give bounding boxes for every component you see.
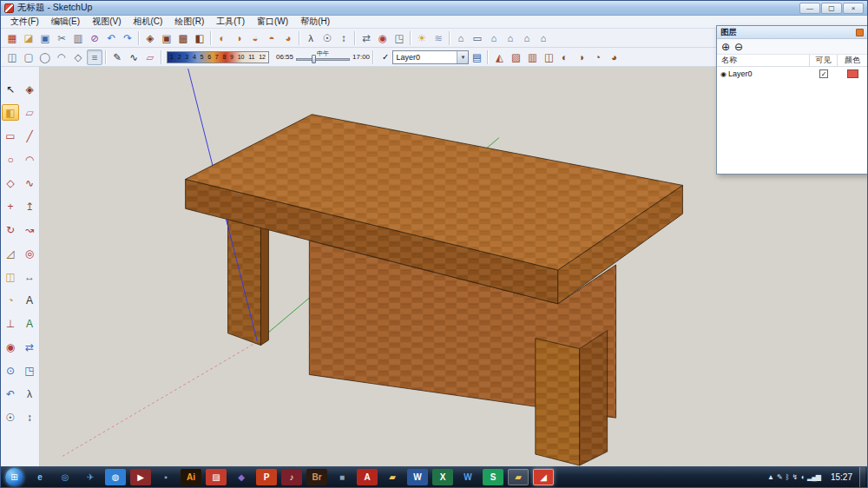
eraser-icon[interactable]: ▱ <box>21 104 38 121</box>
menu-tools[interactable]: 工具(T) <box>210 16 251 28</box>
control-folder-icon[interactable]: ▰ <box>508 469 529 485</box>
power-icon[interactable]: ↯ <box>792 473 797 481</box>
show-desktop-button[interactable] <box>859 467 865 488</box>
text-icon[interactable]: A <box>21 292 38 308</box>
make-group-icon[interactable]: ▣ <box>159 30 174 46</box>
table-model[interactable] <box>186 115 683 465</box>
menu-file[interactable]: 文件(F) <box>4 16 45 28</box>
media-player-icon[interactable]: ▶ <box>130 469 151 485</box>
back-edges-icon[interactable]: ◫ <box>541 49 556 65</box>
remove-layer-button[interactable]: ⊖ <box>734 42 743 52</box>
3d-text-icon[interactable]: A <box>21 315 38 332</box>
iso-view-icon[interactable]: ⌂ <box>453 30 469 46</box>
line-icon[interactable]: ╱ <box>21 128 38 144</box>
column-name[interactable]: 名称 <box>717 55 810 66</box>
menu-window[interactable]: 窗口(W) <box>251 16 294 28</box>
scale-icon[interactable]: ◿ <box>2 245 19 261</box>
panel-close-icon[interactable] <box>856 29 864 36</box>
tape-measure-icon[interactable]: ◫ <box>2 268 19 285</box>
intersect-icon[interactable]: ▩ <box>175 30 191 46</box>
volume-icon[interactable]: ◖ <box>800 473 804 481</box>
arc-icon[interactable]: ◠ <box>21 151 38 168</box>
shadows-icon[interactable]: ☀ <box>414 30 430 46</box>
right-view-icon[interactable]: ⌂ <box>503 30 518 46</box>
sketchup-icon[interactable]: ◢ <box>533 469 554 485</box>
shadow-month-slider[interactable]: 123456789101112 <box>167 51 269 63</box>
layer-row[interactable]: ◉ Layer0 ✓ <box>717 67 867 81</box>
section-plane-icon[interactable]: ◭ <box>491 49 507 65</box>
layer-visible-checkbox[interactable]: ✓ <box>819 69 828 78</box>
solid-shell-icon[interactable]: ◕ <box>280 30 296 46</box>
minimize-button[interactable]: — <box>799 3 820 14</box>
paint-bucket-icon[interactable]: ◧ <box>2 104 19 121</box>
show-hidden-icon[interactable]: ▲ <box>767 473 773 481</box>
excel-icon[interactable]: X <box>432 469 453 485</box>
freehand-icon[interactable]: ∿ <box>21 175 38 191</box>
make-component-icon[interactable]: ◈ <box>142 30 158 46</box>
column-color[interactable]: 颜色 <box>838 55 867 66</box>
pencil-icon[interactable]: ✎ <box>109 49 125 65</box>
draw-circle-icon[interactable]: ◯ <box>37 49 53 65</box>
position-camera-icon[interactable]: ↕ <box>21 409 38 425</box>
front-view-icon[interactable]: ⌂ <box>486 30 502 46</box>
left-view-icon[interactable]: ⌂ <box>536 30 551 46</box>
walk-icon[interactable]: λ <box>303 30 319 46</box>
solid-trim-icon[interactable]: ◒ <box>247 30 263 46</box>
zoom-window-icon[interactable]: ◳ <box>391 30 407 46</box>
erase-icon[interactable]: ⊘ <box>87 30 102 46</box>
model-info-icon[interactable]: ▦ <box>4 30 20 46</box>
layer-combo-dropdown-icon[interactable]: ▼ <box>457 51 468 63</box>
pan-icon[interactable]: ⇄ <box>21 339 38 355</box>
pan-icon[interactable]: ⇄ <box>358 30 374 46</box>
table-left-leg-side[interactable] <box>260 224 268 345</box>
zoom-previous-icon[interactable]: ↶ <box>2 386 19 402</box>
circle-icon[interactable]: ○ <box>2 151 19 168</box>
offset-icon[interactable]: ◎ <box>21 245 38 261</box>
menu-help[interactable]: 帮助(H) <box>294 16 336 28</box>
compass-browser-icon[interactable]: ◍ <box>105 469 126 485</box>
polygon-icon[interactable]: ◇ <box>2 175 19 191</box>
maximize-button[interactable]: ▢ <box>821 3 842 14</box>
orbit-icon[interactable]: ◉ <box>375 30 391 46</box>
time-slider-thumb[interactable] <box>312 55 316 63</box>
push-pull-icon[interactable]: ↥ <box>21 198 38 214</box>
bridge-icon[interactable]: Br <box>306 469 327 485</box>
word-icon[interactable]: W <box>407 469 428 485</box>
music-app-icon[interactable]: ♪ <box>281 469 302 485</box>
zoom-icon[interactable]: ⊙ <box>2 362 19 379</box>
network-icon[interactable]: ▂▄▆ <box>807 473 820 481</box>
menu-draw[interactable]: 绘图(R) <box>168 16 210 28</box>
layer-color-swatch[interactable] <box>847 69 858 78</box>
copy-icon[interactable]: ▥ <box>70 30 86 46</box>
layer-check-icon[interactable]: ✓ <box>382 52 389 62</box>
gray-app-icon[interactable]: ■ <box>332 469 352 485</box>
column-visible[interactable]: 可见 <box>810 55 838 66</box>
look-around-icon[interactable]: ☉ <box>319 30 335 46</box>
draw-rect-icon[interactable]: ▢ <box>21 49 36 65</box>
fog-icon[interactable]: ≋ <box>431 30 446 46</box>
internet-explorer-icon[interactable]: e <box>30 469 50 485</box>
draw-lines-icon[interactable]: ≡ <box>87 49 102 65</box>
mail-icon[interactable]: ✈ <box>80 469 101 485</box>
outer-shell-icon[interactable]: ◧ <box>192 30 207 46</box>
taskbar-clock[interactable]: 15:27 <box>831 472 852 482</box>
layer-manager-icon[interactable]: ▤ <box>469 49 484 65</box>
folder-icon[interactable]: ▰ <box>382 469 403 485</box>
match-photo-icon[interactable]: ◔ <box>589 49 605 65</box>
make-component-icon[interactable]: ◈ <box>21 81 38 97</box>
menu-edit[interactable]: 编辑(E) <box>45 16 86 28</box>
back-view-icon[interactable]: ⌂ <box>519 30 535 46</box>
layers-panel-header[interactable]: 图层 <box>717 26 867 39</box>
dimension-icon[interactable]: ↔ <box>21 268 38 285</box>
position-camera-icon[interactable]: ↕ <box>336 30 352 46</box>
acrobat-icon[interactable]: A <box>357 469 378 485</box>
undo-icon[interactable]: ↶ <box>103 30 119 46</box>
menu-view[interactable]: 视图(V) <box>86 16 127 28</box>
zoom-extents-icon[interactable]: ◳ <box>21 362 38 379</box>
draw-arc-icon[interactable]: ◠ <box>54 49 69 65</box>
add-layer-button[interactable]: ⊕ <box>721 42 730 52</box>
rotate-icon[interactable]: ↻ <box>2 221 19 238</box>
rectangle-icon[interactable]: ▭ <box>2 128 19 144</box>
save-icon[interactable]: ▣ <box>37 30 53 46</box>
freehand-icon[interactable]: ∿ <box>126 49 141 65</box>
